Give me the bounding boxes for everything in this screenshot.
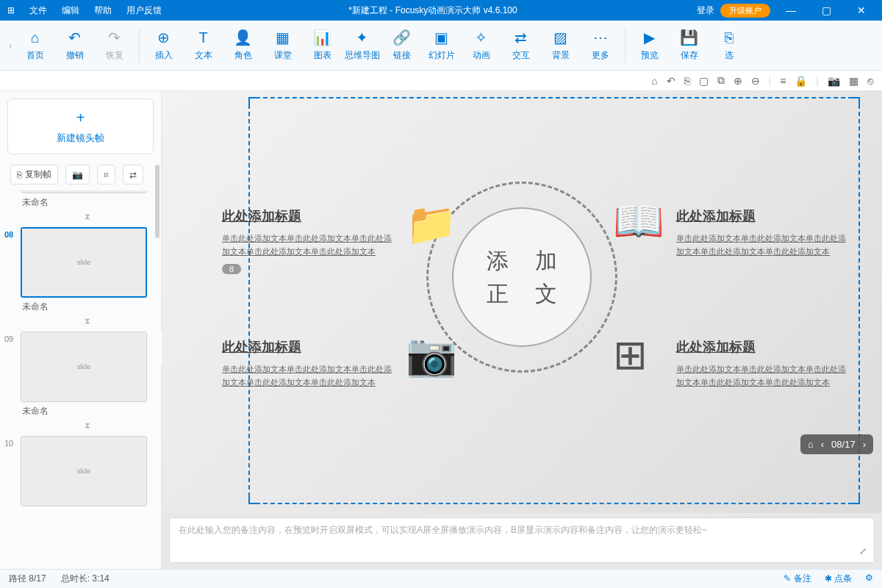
book-icon: 📖 xyxy=(613,197,664,245)
tool-插入[interactable]: ⊕插入 xyxy=(144,24,184,68)
windows-icon: ⊞ xyxy=(613,331,648,379)
window-title: *新建工程 - Focusky动画演示大师 v4.6.100 xyxy=(169,4,697,17)
slide-sidebar: + 新建镜头帧 ⎘ 复制帧 📷 ⌗ ⇄ slide未命名⧗08slide未命名⧗… xyxy=(0,91,162,569)
new-frame-button[interactable]: + 新建镜头帧 xyxy=(7,98,154,154)
swap-frame-button[interactable]: ⇄ xyxy=(123,165,143,184)
canvas[interactable]: 添 加 正 文 📁 此处添加标题 单击此处添加文本单击此处添加文本单击此处添加文… xyxy=(162,91,882,513)
notes-area[interactable]: 在此处输入您的备注内容，在预览时开启双屏模式，可以实现A屏全屏播放演示内容，B屏… xyxy=(169,517,875,563)
tool-保存[interactable]: 💾保存 xyxy=(670,24,709,68)
close-button[interactable]: ✕ xyxy=(847,4,876,16)
tool-图表[interactable]: 📊图表 xyxy=(303,24,343,68)
status-click-button[interactable]: ✱ 点条 xyxy=(825,573,852,585)
zoomout-icon[interactable]: ⊖ xyxy=(751,75,760,87)
content-block-tl[interactable]: 📁 此处添加标题 单击此处添加文本单击此处添加文本单击此处添加文本单击此处添加文… xyxy=(222,207,398,275)
plus-icon: + xyxy=(76,110,85,126)
transition-icon[interactable]: ⧗ xyxy=(21,316,154,326)
tool-动画[interactable]: ✧动画 xyxy=(462,24,501,68)
more-icon[interactable]: ⎋ xyxy=(867,75,873,87)
tool-课堂[interactable]: ▦课堂 xyxy=(263,24,303,68)
sidebar-scrollbar[interactable] xyxy=(155,165,159,238)
tool-首页[interactable]: ⌂首页 xyxy=(15,24,55,68)
maximize-button[interactable]: ▢ xyxy=(811,4,841,16)
content-block-br[interactable]: ⊞ 此处添加标题 单击此处添加文本单击此处添加文本单击此处添加文本单击此处添加文… xyxy=(676,338,853,389)
nav-next-icon[interactable]: › xyxy=(863,439,866,450)
upgrade-button[interactable]: 升级账户 xyxy=(720,4,770,18)
status-remark-button[interactable]: ✎ 备注 xyxy=(784,573,811,585)
thumbnail[interactable]: slide xyxy=(21,227,147,298)
toolbar-prev-icon[interactable]: ‹ xyxy=(6,40,15,51)
thumbnail[interactable]: slide xyxy=(21,190,147,193)
status-settings-button[interactable]: ⚙ xyxy=(865,573,873,585)
menu-bar: 文件 编辑 帮助 用户反馈 xyxy=(22,4,169,17)
dup-icon[interactable]: ⧉ xyxy=(717,74,725,87)
menu-file[interactable]: 文件 xyxy=(22,4,54,17)
tool-预览[interactable]: ▶预览 xyxy=(630,24,670,68)
lock-icon[interactable]: 🔒 xyxy=(795,75,807,87)
paste-icon[interactable]: ▢ xyxy=(699,75,709,87)
transition-icon[interactable]: ⧗ xyxy=(21,420,154,430)
tool-选[interactable]: ⎘选 xyxy=(709,24,749,68)
tool-思维导图[interactable]: ✦思维导图 xyxy=(343,24,382,68)
tool-更多[interactable]: ⋯更多 xyxy=(581,24,620,68)
tool-撤销[interactable]: ↶撤销 xyxy=(55,24,95,68)
tool-恢复[interactable]: ↷恢复 xyxy=(95,24,135,68)
expand-notes-icon[interactable]: ⤢ xyxy=(859,546,867,556)
tool-角色[interactable]: 👤角色 xyxy=(223,24,263,68)
menu-feedback[interactable]: 用户反馈 xyxy=(119,4,169,17)
status-duration: 总时长: 3:14 xyxy=(61,573,110,585)
home-icon[interactable]: ⌂ xyxy=(651,75,657,87)
tool-背景[interactable]: ▨背景 xyxy=(541,24,581,68)
status-path: 路径 8/17 xyxy=(9,573,46,585)
nav-home-icon[interactable]: ⌂ xyxy=(808,439,814,450)
camera-big-icon: 📷 xyxy=(406,331,457,379)
content-block-bl[interactable]: 📷 此处添加标题 单击此处添加文本单击此处添加文本单击此处添加文本单击此处添加文… xyxy=(222,338,398,389)
main-toolbar: ‹ ⌂首页↶撤销↷恢复 ⊕插入T文本👤角色▦课堂📊图表✦思维导图🔗链接▣幻灯片✧… xyxy=(0,21,882,71)
camera-frame-button[interactable]: 📷 xyxy=(65,165,90,184)
copy-frame-button[interactable]: ⎘ 复制帧 xyxy=(10,165,58,184)
zoomin-icon[interactable]: ⊕ xyxy=(734,75,742,87)
tool-链接[interactable]: 🔗链接 xyxy=(382,24,422,68)
content-block-tr[interactable]: 📖 此处添加标题 单击此处添加文本单击此处添加文本单击此处添加文本单击此处添加文… xyxy=(676,207,853,258)
undo-icon[interactable]: ↶ xyxy=(667,75,675,87)
folder-icon: 📁 xyxy=(406,200,457,248)
menu-edit[interactable]: 编辑 xyxy=(54,4,87,17)
login-link[interactable]: 登录 xyxy=(697,4,714,17)
nav-prev-icon[interactable]: ‹ xyxy=(821,439,824,450)
menu-help[interactable]: 帮助 xyxy=(87,4,119,17)
scan-frame-button[interactable]: ⌗ xyxy=(97,165,115,184)
minimize-button[interactable]: — xyxy=(776,4,806,16)
thumbnail[interactable]: slide xyxy=(21,436,147,506)
transition-icon[interactable]: ⧗ xyxy=(21,212,154,221)
canvas-area: 添 加 正 文 📁 此处添加标题 单击此处添加文本单击此处添加文本单击此处添加文… xyxy=(162,91,882,569)
badge: 8 xyxy=(222,264,241,274)
slide-navigator: ⌂ ‹ 08/17 › xyxy=(800,434,873,454)
camera-icon[interactable]: 📷 xyxy=(828,75,840,87)
tool-文本[interactable]: T文本 xyxy=(184,24,223,68)
tool-交互[interactable]: ⇄交互 xyxy=(501,24,541,68)
thumbnail[interactable]: slide xyxy=(21,331,147,402)
status-bar: 路径 8/17 总时长: 3:14 ✎ 备注 ✱ 点条 ⚙ xyxy=(0,569,882,588)
nav-counter: 08/17 xyxy=(831,439,856,450)
tool-幻灯片[interactable]: ▣幻灯片 xyxy=(422,24,462,68)
copy-icon[interactable]: ⎘ xyxy=(684,75,690,87)
context-toolbar: ⌂ ↶ ⎘ ▢ ⧉ ⊕ ⊖ | ≡ 🔒 | 📷 ▦ ⎋ xyxy=(0,71,882,91)
thumbnail-list: slide未命名⧗08slide未命名⧗09slide未命名⧗10slide xyxy=(0,190,161,569)
titlebar: ⊞ 文件 编辑 帮助 用户反馈 *新建工程 - Focusky动画演示大师 v4… xyxy=(0,0,882,21)
align-icon[interactable]: ≡ xyxy=(780,75,786,87)
grid-icon[interactable]: ▦ xyxy=(849,75,858,87)
